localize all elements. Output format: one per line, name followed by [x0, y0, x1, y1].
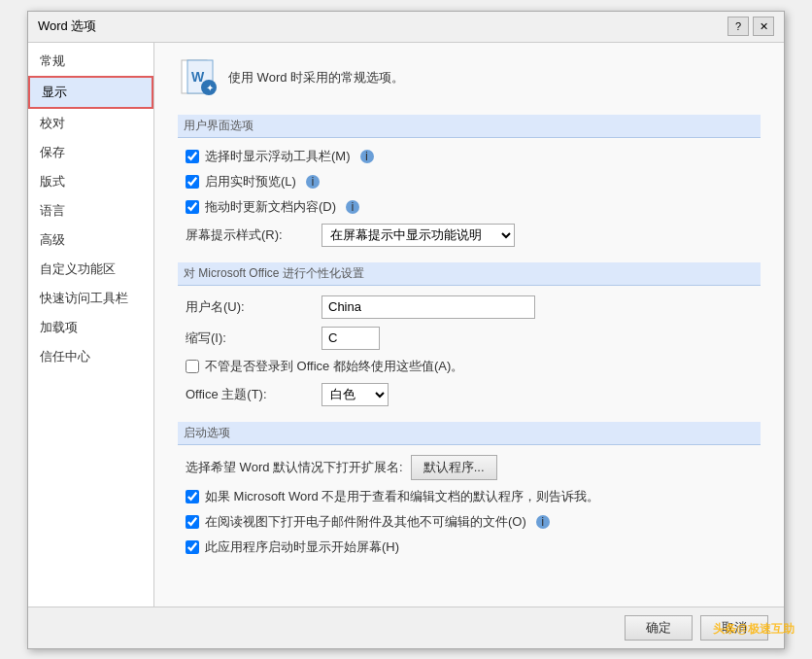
username-row: 用户名(U): — [178, 295, 761, 319]
username-input[interactable] — [321, 295, 535, 319]
open-email-label: 在阅读视图下打开电子邮件附件及其他不可编辑的文件(O) — [205, 513, 526, 531]
help-button[interactable]: ? — [727, 17, 749, 36]
ok-button[interactable]: 确定 — [625, 615, 693, 641]
sidebar-item-language[interactable]: 语言 — [28, 196, 153, 225]
section2-header: 对 Microsoft Office 进行个性化设置 — [178, 262, 761, 286]
initials-label: 缩写(I): — [186, 330, 321, 347]
sidebar-item-save[interactable]: 保存 — [28, 138, 153, 167]
theme-row: Office 主题(T): 白色 深灰色 黑色 彩色 — [178, 383, 761, 406]
checkbox-open-email[interactable] — [186, 515, 199, 529]
section-personalize: 对 Microsoft Office 进行个性化设置 用户名(U): 缩写(I)… — [178, 262, 761, 406]
option-live-preview: 启用实时预览(L) i — [178, 173, 761, 191]
sidebar-item-trustcenter[interactable]: 信任中心 — [28, 342, 153, 371]
word-options-dialog: Word 选项 ? ✕ 常规显示校对保存版式语言高级自定义功能区快速访问工具栏加… — [27, 11, 785, 649]
info-icon-update-doc[interactable]: i — [346, 200, 359, 214]
notify-default-label: 如果 Microsoft Word 不是用于查看和编辑文档的默认程序，则告诉我。 — [205, 488, 599, 505]
sidebar-item-proofing[interactable]: 校对 — [28, 109, 153, 138]
checkbox-update-doc[interactable] — [186, 200, 199, 214]
info-icon-floating-toolbar[interactable]: i — [360, 150, 374, 163]
checkbox-always-use[interactable] — [186, 360, 199, 373]
theme-select[interactable]: 白色 深灰色 黑色 彩色 — [321, 383, 389, 406]
option-update-doc: 拖动时更新文档内容(D) i — [178, 198, 761, 216]
section1-header: 用户界面选项 — [178, 115, 761, 138]
section-startup: 启动选项 选择希望 Word 默认情况下打开扩展名: 默认程序... 如果 Mi… — [178, 422, 761, 556]
title-bar: Word 选项 ? ✕ — [28, 12, 784, 43]
open-email-attachment-row: 在阅读视图下打开电子邮件附件及其他不可编辑的文件(O) i — [178, 513, 761, 531]
dialog-title: Word 选项 — [38, 17, 96, 35]
default-program-button[interactable]: 默认程序... — [411, 455, 497, 480]
always-use-label: 不管是否登录到 Office 都始终使用这些值(A)。 — [205, 358, 463, 375]
sidebar-item-addins[interactable]: 加载项 — [28, 313, 153, 342]
word-options-icon: W ✦ — [178, 58, 217, 97]
sidebar-item-layout[interactable]: 版式 — [28, 167, 153, 196]
sidebar-item-display[interactable]: 显示 — [28, 76, 153, 109]
sidebar-item-quickaccess[interactable]: 快速访问工具栏 — [28, 284, 153, 313]
initials-row: 缩写(I): — [178, 327, 761, 350]
always-use-values-row: 不管是否登录到 Office 都始终使用这些值(A)。 — [178, 358, 761, 375]
sidebar: 常规显示校对保存版式语言高级自定义功能区快速访问工具栏加载项信任中心 — [28, 43, 154, 607]
tooltip-style-label: 屏幕提示样式(R): — [186, 226, 321, 244]
initials-input[interactable] — [321, 327, 380, 350]
option-floating-toolbar-label: 选择时显示浮动工具栏(M) — [205, 148, 351, 165]
main-content: W ✦ 使用 Word 时采用的常规选项。 用户界面选项 选择时显示浮动工具栏(… — [154, 43, 784, 607]
default-program-row: 选择希望 Word 默认情况下打开扩展名: 默认程序... — [178, 455, 761, 480]
checkbox-live-preview[interactable] — [186, 175, 199, 189]
show-start-screen-row: 此应用程序启动时显示开始屏幕(H) — [178, 538, 761, 556]
option-live-preview-label: 启用实时预览(L) — [205, 173, 296, 191]
svg-text:✦: ✦ — [206, 83, 214, 93]
sidebar-item-advanced[interactable]: 高级 — [28, 225, 153, 255]
top-banner: W ✦ 使用 Word 时采用的常规选项。 — [178, 58, 761, 97]
sidebar-item-general[interactable]: 常规 — [28, 47, 153, 76]
info-icon-open-email[interactable]: i — [536, 515, 550, 529]
section-ui-options: 用户界面选项 选择时显示浮动工具栏(M) i 启用实时预览(L) i 拖动时更新… — [178, 115, 761, 247]
option-floating-toolbar: 选择时显示浮动工具栏(M) i — [178, 148, 761, 165]
section3-header: 启动选项 — [178, 422, 761, 445]
theme-label: Office 主题(T): — [186, 386, 321, 403]
checkbox-floating-toolbar[interactable] — [186, 150, 199, 163]
tooltip-style-row: 屏幕提示样式(R): 在屏幕提示中显示功能说明 不显示屏幕提示 在屏幕提示中不显… — [178, 224, 761, 247]
checkbox-start-screen[interactable] — [186, 540, 199, 554]
close-button[interactable]: ✕ — [753, 17, 774, 36]
option-update-doc-label: 拖动时更新文档内容(D) — [205, 198, 336, 216]
tooltip-style-select[interactable]: 在屏幕提示中显示功能说明 不显示屏幕提示 在屏幕提示中不显示功能说明 — [321, 224, 515, 247]
start-screen-label: 此应用程序启动时显示开始屏幕(H) — [205, 538, 399, 556]
notify-default-row: 如果 Microsoft Word 不是用于查看和编辑文档的默认程序，则告诉我。 — [178, 488, 761, 505]
svg-text:W: W — [191, 69, 205, 85]
bottom-bar: 确定 取消 — [28, 607, 784, 648]
username-label: 用户名(U): — [186, 298, 321, 316]
sidebar-item-customize[interactable]: 自定义功能区 — [28, 255, 153, 284]
banner-text: 使用 Word 时采用的常规选项。 — [228, 69, 404, 87]
cancel-button[interactable]: 取消 — [700, 615, 768, 641]
dialog-body: 常规显示校对保存版式语言高级自定义功能区快速访问工具栏加载项信任中心 W ✦ 使… — [28, 43, 784, 607]
default-program-label: 选择希望 Word 默认情况下打开扩展名: — [186, 459, 403, 476]
checkbox-notify-default[interactable] — [186, 490, 199, 503]
title-bar-controls: ? ✕ — [727, 17, 774, 36]
info-icon-live-preview[interactable]: i — [306, 175, 320, 189]
